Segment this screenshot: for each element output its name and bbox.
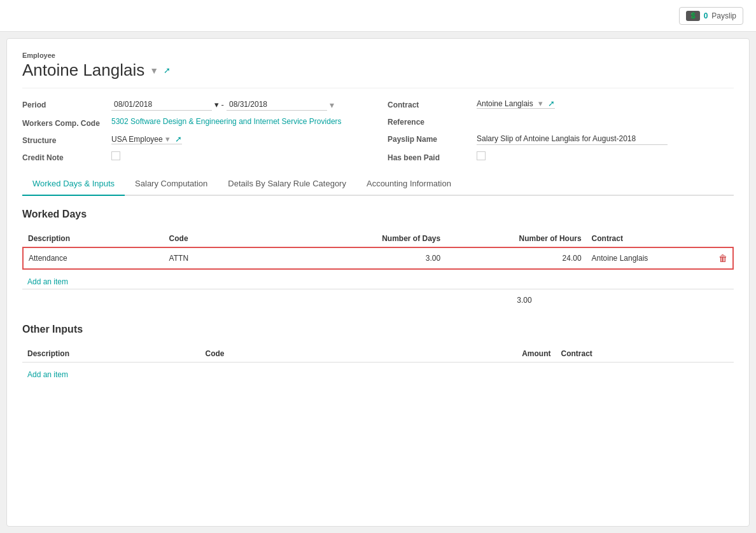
- worked-days-table: Description Code Number of Days Number o…: [22, 230, 734, 270]
- inputs-col-description: Description: [22, 345, 200, 363]
- period-row: Period ▾ - ▾: [22, 99, 368, 111]
- other-inputs-title: Other Inputs: [22, 324, 734, 335]
- col-header-action: [713, 230, 733, 247]
- structure-dropdown-icon[interactable]: ▾: [165, 134, 170, 144]
- reference-row: Reference: [388, 116, 734, 127]
- date-inputs: ▾ - ▾: [111, 99, 334, 111]
- contract-row: Contract Antoine Langlais ▾ ➚: [388, 99, 734, 109]
- tab-salary-computation[interactable]: Salary Computation: [125, 172, 218, 196]
- main-content: Employee Antoine Langlais ▼ ➚ Period ▾ -…: [6, 38, 750, 527]
- period-end-dropdown[interactable]: ▾: [330, 100, 334, 110]
- credit-note-row: Credit Note: [22, 151, 368, 162]
- contract-dropdown-icon[interactable]: ▾: [538, 99, 543, 108]
- structure-select-wrapper: USA Employee ▾ ➚: [111, 134, 182, 144]
- col-header-description: Description: [23, 230, 164, 247]
- employee-name-row: Antoine Langlais ▼ ➚: [22, 60, 734, 88]
- row-contract: Antoine Langlais: [587, 247, 713, 269]
- employee-dropdown-icon[interactable]: ▼: [150, 66, 158, 76]
- tab-worked-days[interactable]: Worked Days & Inputs: [22, 172, 125, 196]
- delete-icon[interactable]: 🗑: [718, 253, 727, 263]
- period-start-input[interactable]: [111, 99, 212, 111]
- contract-label: Contract: [388, 99, 470, 109]
- tab-accounting-info[interactable]: Accounting Information: [356, 172, 461, 196]
- worked-days-header-row: Description Code Number of Days Number o…: [23, 230, 733, 247]
- has-been-paid-row: Has been Paid: [388, 151, 734, 162]
- workers-comp-label: Workers Comp. Code: [22, 117, 105, 128]
- structure-external-link[interactable]: ➚: [175, 134, 182, 144]
- worked-days-total: 3.00: [22, 289, 734, 311]
- top-bar: 💲 0 Payslip: [0, 0, 756, 32]
- payslip-name-label: Payslip Name: [388, 133, 470, 144]
- tabs-container: Worked Days & Inputs Salary Computation …: [22, 172, 734, 196]
- tab-details-by-category[interactable]: Details By Salary Rule Category: [218, 172, 356, 196]
- form-right: Contract Antoine Langlais ▾ ➚ Reference …: [388, 99, 734, 162]
- payslip-label: Payslip: [711, 11, 736, 20]
- structure-label: Structure: [22, 134, 105, 145]
- inputs-header-row: Description Code Amount Contract: [22, 345, 734, 363]
- reference-label: Reference: [388, 116, 470, 127]
- row-code: ATTN: [164, 247, 270, 269]
- other-inputs-table: Description Code Amount Contract: [22, 345, 734, 363]
- workers-comp-value[interactable]: 5302 Software Design & Engineering and I…: [111, 117, 368, 126]
- structure-value[interactable]: USA Employee: [111, 135, 163, 144]
- col-header-days: Number of Days: [270, 230, 446, 247]
- date-separator: ▾ -: [214, 100, 224, 109]
- period-end-input[interactable]: [227, 99, 327, 111]
- contract-value[interactable]: Antoine Langlais: [477, 99, 533, 108]
- payslip-count: 0: [704, 11, 708, 20]
- row-description: Attendance: [23, 247, 164, 269]
- payslip-button[interactable]: 💲 0 Payslip: [679, 7, 743, 25]
- period-label: Period: [22, 99, 105, 109]
- payslip-icon: 💲: [686, 11, 700, 21]
- worked-days-title: Worked Days: [22, 209, 734, 220]
- employee-external-link[interactable]: ➚: [164, 66, 171, 75]
- inputs-col-code: Code: [200, 345, 414, 363]
- col-header-contract: Contract: [587, 230, 713, 247]
- worked-days-section: Worked Days Description Code Number of D…: [22, 209, 734, 311]
- payslip-name-row: Payslip Name Salary Slip of Antoine Lang…: [388, 133, 734, 145]
- employee-name: Antoine Langlais: [22, 60, 144, 80]
- table-row[interactable]: Attendance ATTN 3.00 24.00 Antoine Langl…: [23, 247, 733, 269]
- workers-comp-row: Workers Comp. Code 5302 Software Design …: [22, 117, 368, 128]
- row-days: 3.00: [270, 247, 446, 269]
- inputs-col-amount: Amount: [414, 345, 556, 363]
- employee-label: Employee: [22, 52, 734, 59]
- row-hours: 24.00: [445, 247, 586, 269]
- employee-section: Employee Antoine Langlais ▼ ➚: [22, 52, 734, 88]
- contract-select-wrapper: Antoine Langlais ▾ ➚: [477, 99, 555, 109]
- other-inputs-section: Other Inputs Description Code Amount Con…: [22, 324, 734, 382]
- add-input-link[interactable]: Add an item: [22, 368, 73, 382]
- credit-note-label: Credit Note: [22, 151, 105, 162]
- has-been-paid-checkbox[interactable]: [477, 151, 486, 160]
- structure-row: Structure USA Employee ▾ ➚: [22, 134, 368, 145]
- total-value: 3.00: [517, 296, 531, 305]
- col-header-code: Code: [164, 230, 270, 247]
- form-left: Period ▾ - ▾ Workers Comp. Code 5302 Sof…: [22, 99, 368, 162]
- form-fields: Period ▾ - ▾ Workers Comp. Code 5302 Sof…: [22, 99, 734, 162]
- has-been-paid-label: Has been Paid: [388, 151, 470, 162]
- contract-external-link[interactable]: ➚: [548, 99, 555, 108]
- row-delete[interactable]: 🗑: [713, 247, 733, 269]
- inputs-col-contract: Contract: [556, 345, 734, 363]
- col-header-hours: Number of Hours: [445, 230, 586, 247]
- credit-note-checkbox[interactable]: [111, 151, 120, 160]
- add-worked-day-link[interactable]: Add an item: [22, 275, 73, 289]
- payslip-name-value: Salary Slip of Antoine Langlais for Augu…: [477, 133, 668, 145]
